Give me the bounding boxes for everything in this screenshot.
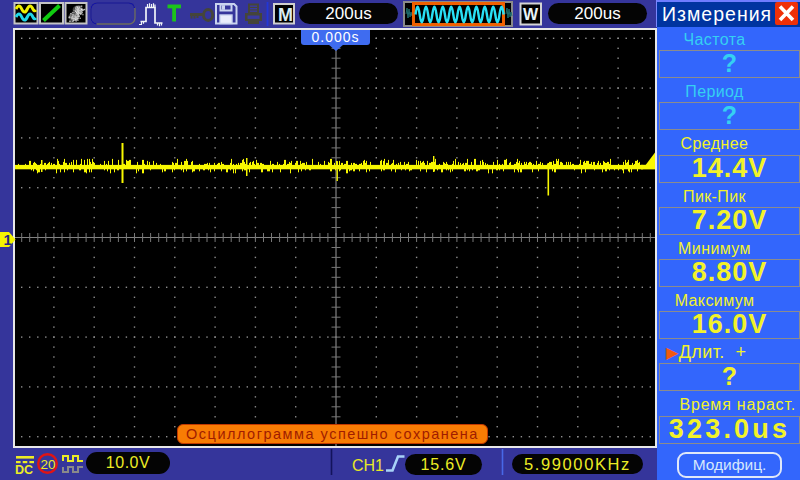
svg-text:20: 20: [41, 457, 56, 472]
svg-text:1: 1: [4, 231, 12, 248]
svg-text:W: W: [523, 6, 539, 23]
svg-text:DC: DC: [15, 463, 33, 477]
svg-text:CH1: CH1: [352, 457, 384, 474]
svg-text:M: M: [278, 5, 293, 25]
